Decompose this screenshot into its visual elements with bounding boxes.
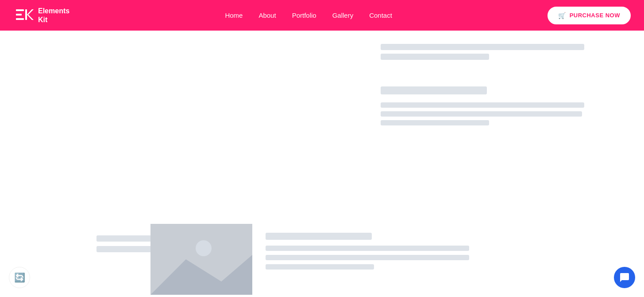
skeleton-title	[266, 233, 372, 240]
nav-about[interactable]: About	[258, 12, 276, 19]
nav-home[interactable]: Home	[225, 12, 243, 19]
corner-button[interactable]: 🔄	[9, 267, 30, 288]
bottom-right-text	[252, 224, 644, 270]
skeleton-line	[381, 120, 489, 125]
bottom-row	[0, 224, 644, 297]
svg-point-8	[196, 240, 212, 256]
chat-button[interactable]	[614, 267, 635, 288]
chat-icon	[619, 272, 630, 283]
corner-icon-symbol: 🔄	[14, 272, 25, 283]
main-content	[0, 31, 644, 297]
bottom-left-text	[0, 224, 150, 252]
right-middle-skeleton	[381, 86, 626, 125]
skeleton-line	[381, 54, 489, 60]
placeholder-image-icon	[150, 224, 252, 295]
right-top-skeleton	[381, 44, 626, 60]
purchase-button[interactable]: 🛒 PURCHASE NOW	[548, 7, 631, 24]
skeleton-line	[266, 246, 469, 251]
svg-rect-3	[16, 18, 24, 20]
skeleton-line	[381, 44, 584, 50]
nav-contact[interactable]: Contact	[369, 12, 392, 19]
svg-rect-4	[25, 9, 27, 20]
svg-rect-2	[16, 14, 22, 16]
nav-gallery[interactable]: Gallery	[332, 12, 354, 19]
skeleton-line	[381, 102, 584, 108]
cart-icon: 🛒	[558, 12, 566, 19]
skeleton-line	[266, 255, 469, 260]
logo-text: Elements Kit	[38, 7, 69, 23]
skeleton-line	[266, 264, 374, 270]
nav-portfolio[interactable]: Portfolio	[292, 12, 316, 19]
header: Elements Kit Home About Portfolio Galler…	[0, 0, 644, 31]
logo-icon	[13, 5, 35, 26]
logo[interactable]: Elements Kit	[13, 5, 69, 26]
svg-rect-1	[16, 9, 24, 11]
main-nav: Home About Portfolio Gallery Contact	[225, 12, 392, 19]
image-placeholder	[150, 224, 252, 295]
skeleton-line	[381, 111, 582, 117]
skeleton-title	[381, 86, 487, 94]
purchase-label: PURCHASE NOW	[570, 12, 620, 19]
